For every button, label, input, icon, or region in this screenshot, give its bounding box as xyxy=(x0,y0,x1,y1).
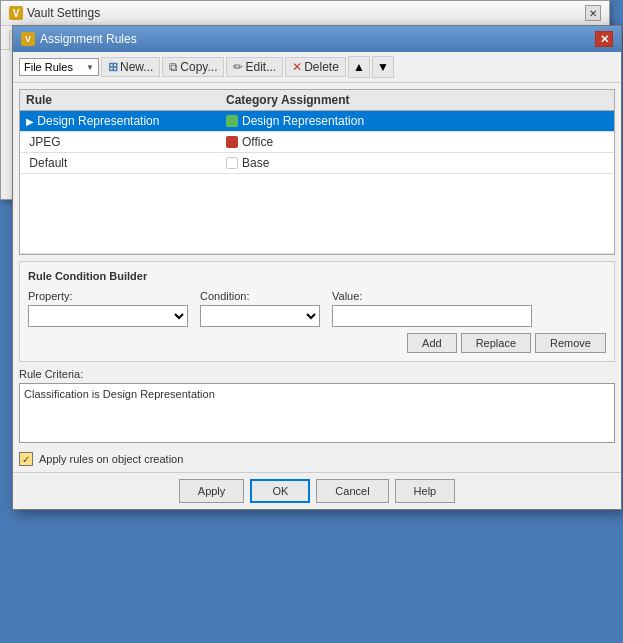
apply-on-creation-row: ✓ Apply rules on object creation xyxy=(19,452,615,466)
rule-cell: JPEG xyxy=(20,132,220,153)
condition-column: Condition: xyxy=(200,290,320,327)
dialog-title-text: Assignment Rules xyxy=(40,32,137,46)
delete-label: Delete xyxy=(304,60,339,74)
add-button[interactable]: Add xyxy=(407,333,457,353)
category-cell-inner: Office xyxy=(226,135,608,149)
vault-title-label: Vault Settings xyxy=(27,6,100,20)
ok-button[interactable]: OK xyxy=(250,479,310,503)
edit-label: Edit... xyxy=(245,60,276,74)
rule-cell: ▶ Design Representation xyxy=(20,111,220,132)
property-label: Property: xyxy=(28,290,188,302)
copy-icon: ⧉ xyxy=(169,60,178,74)
edit-icon: ✏ xyxy=(233,60,243,74)
delete-button[interactable]: ✕ Delete xyxy=(285,57,346,77)
column-rule: Rule xyxy=(20,90,220,111)
table-row[interactable]: ▶ Design Representation Design Represent… xyxy=(20,111,614,132)
replace-button[interactable]: Replace xyxy=(461,333,531,353)
table-spacer-row xyxy=(20,174,614,254)
rule-cell-inner: ▶ Design Representation xyxy=(26,114,214,128)
rule-cell-inner: JPEG xyxy=(26,135,214,149)
condition-select[interactable] xyxy=(200,305,320,327)
cancel-button[interactable]: Cancel xyxy=(316,479,388,503)
property-select[interactable] xyxy=(28,305,188,327)
rules-table: Rule Category Assignment ▶ Design Repres… xyxy=(20,90,614,254)
down-arrow-icon: ▼ xyxy=(377,60,389,74)
value-input[interactable] xyxy=(332,305,532,327)
criteria-textarea[interactable] xyxy=(19,383,615,443)
assignment-rules-dialog: V Assignment Rules ✕ File Rules ▼ ⊞ New.… xyxy=(12,25,622,510)
rule-cell-inner: Default xyxy=(26,156,214,170)
move-down-button[interactable]: ▼ xyxy=(372,56,394,78)
help-button[interactable]: Help xyxy=(395,479,456,503)
column-category: Category Assignment xyxy=(220,90,614,111)
copy-button[interactable]: ⧉ Copy... xyxy=(162,57,224,77)
category-cell: Design Representation xyxy=(220,111,614,132)
rules-table-wrapper: Rule Category Assignment ▶ Design Repres… xyxy=(19,89,615,255)
category-cell: Base xyxy=(220,153,614,174)
dialog-title-left: V Assignment Rules xyxy=(21,32,137,46)
category-color-dot xyxy=(226,157,238,169)
value-column: Value: xyxy=(332,290,532,327)
category-cell-inner: Design Representation xyxy=(226,114,608,128)
apply-on-creation-checkbox[interactable]: ✓ xyxy=(19,452,33,466)
dialog-toolbar: File Rules ▼ ⊞ New... ⧉ Copy... ✏ Edit..… xyxy=(13,52,621,83)
condition-builder-title: Rule Condition Builder xyxy=(28,270,606,282)
rule-criteria-section: Rule Criteria: xyxy=(19,368,615,446)
dialog-footer: Apply OK Cancel Help xyxy=(13,472,621,509)
table-row[interactable]: JPEG Office xyxy=(20,132,614,153)
remove-button[interactable]: Remove xyxy=(535,333,606,353)
vault-v-icon: V xyxy=(9,6,23,20)
row-expand-icon: ▶ xyxy=(26,116,34,127)
category-cell: Office xyxy=(220,132,614,153)
move-up-button[interactable]: ▲ xyxy=(348,56,370,78)
dropdown-arrow-icon: ▼ xyxy=(86,63,94,72)
property-column: Property: xyxy=(28,290,188,327)
file-rules-dropdown-label: File Rules xyxy=(24,61,86,73)
dialog-close-button[interactable]: ✕ xyxy=(595,31,613,47)
dialog-title-bar: V Assignment Rules ✕ xyxy=(13,26,621,52)
up-arrow-icon: ▲ xyxy=(353,60,365,74)
condition-inputs-row: Property: Condition: Value: xyxy=(28,290,606,327)
vault-title-text: V Vault Settings xyxy=(9,6,100,20)
delete-icon: ✕ xyxy=(292,60,302,74)
table-row[interactable]: Default Base xyxy=(20,153,614,174)
apply-button[interactable]: Apply xyxy=(179,479,245,503)
rule-cell: Default xyxy=(20,153,220,174)
apply-on-creation-label: Apply rules on object creation xyxy=(39,453,183,465)
new-button[interactable]: ⊞ New... xyxy=(101,57,160,77)
dialog-v-icon: V xyxy=(21,32,35,46)
category-color-dot xyxy=(226,115,238,127)
category-cell-inner: Base xyxy=(226,156,608,170)
file-rules-dropdown[interactable]: File Rules ▼ xyxy=(19,58,99,76)
rule-condition-builder: Rule Condition Builder Property: Conditi… xyxy=(19,261,615,362)
new-label: New... xyxy=(120,60,153,74)
criteria-label: Rule Criteria: xyxy=(19,368,615,380)
category-color-dot xyxy=(226,136,238,148)
copy-label: Copy... xyxy=(180,60,217,74)
new-icon: ⊞ xyxy=(108,60,118,74)
vault-title-bar: V Vault Settings ✕ xyxy=(1,1,609,26)
condition-buttons-row: Add Replace Remove xyxy=(28,333,606,353)
value-label: Value: xyxy=(332,290,532,302)
table-header-row: Rule Category Assignment xyxy=(20,90,614,111)
vault-close-button[interactable]: ✕ xyxy=(585,5,601,21)
edit-button[interactable]: ✏ Edit... xyxy=(226,57,283,77)
condition-label: Condition: xyxy=(200,290,320,302)
